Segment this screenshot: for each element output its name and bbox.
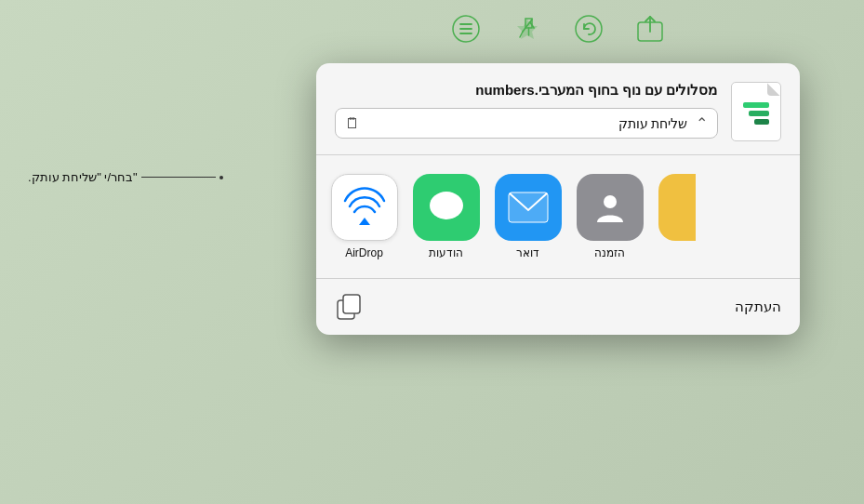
popover-header: מסלולים עם נוף בחוף המערבי.numbers ⌃ שלי…: [316, 63, 800, 155]
annotation: .בחר/י "שליחת עותק": [28, 170, 223, 184]
share-option-dropdown[interactable]: ⌃ שליחת עותק 🗒: [335, 108, 718, 139]
share-button[interactable]: [632, 11, 668, 46]
apps-section: הזמנה דואר: [316, 155, 800, 279]
bar-2: [749, 111, 769, 116]
doc-icon: 🗒: [345, 115, 360, 132]
apps-grid: הזמנה דואר: [331, 174, 785, 259]
annotation-dot: [219, 176, 223, 179]
toolbar: [251, 11, 864, 46]
messages-label: הודעות: [429, 246, 463, 259]
mail-label: דואר: [516, 246, 539, 259]
messages-icon: [413, 174, 480, 241]
file-fold: [767, 83, 780, 96]
mail-icon: [495, 174, 562, 241]
partial-app-item: [658, 174, 696, 259]
pin-button[interactable]: [510, 11, 545, 46]
annotation-line: [141, 177, 216, 178]
svg-marker-12: [359, 218, 370, 225]
annotation-text: .בחר/י "שליחת עותק": [28, 170, 138, 184]
copy-icon: [335, 292, 365, 322]
copy-section[interactable]: העתקה: [316, 279, 800, 335]
copy-label: העתקה: [735, 298, 781, 315]
file-icon: [731, 82, 781, 141]
share-option-label: שליחת עותק: [367, 116, 688, 131]
app-item-mail[interactable]: דואר: [495, 174, 562, 259]
share-popover: מסלולים עם נוף בחוף המערבי.numbers ⌃ שלי…: [316, 63, 800, 335]
app-item-invite[interactable]: הזמנה: [577, 174, 644, 259]
svg-rect-14: [343, 295, 360, 313]
partial-app-icon: [658, 174, 696, 241]
airdrop-icon: [331, 174, 398, 241]
file-title: מסלולים עם נוף בחוף המערבי.numbers: [335, 82, 718, 99]
svg-point-10: [430, 192, 463, 219]
invite-icon: [577, 174, 644, 241]
airdrop-label: AirDrop: [345, 246, 383, 259]
list-button[interactable]: [448, 11, 484, 46]
app-item-messages[interactable]: הודעות: [413, 174, 480, 259]
invite-label: הזמנה: [594, 246, 625, 259]
panel: מסלולים עם נוף בחוף המערבי.numbers ⌃ שלי…: [251, 63, 864, 504]
app-item-airdrop[interactable]: AirDrop: [331, 174, 398, 259]
file-bars: [743, 102, 769, 125]
undo-button[interactable]: [571, 11, 606, 46]
bar-3: [754, 119, 769, 125]
bar-1: [743, 102, 769, 108]
airdrop-circles: [341, 184, 388, 231]
header-text: מסלולים עם נוף בחוף המערבי.numbers ⌃ שלי…: [335, 82, 718, 139]
svg-point-8: [604, 195, 617, 208]
chevron-icon: ⌃: [696, 114, 708, 132]
